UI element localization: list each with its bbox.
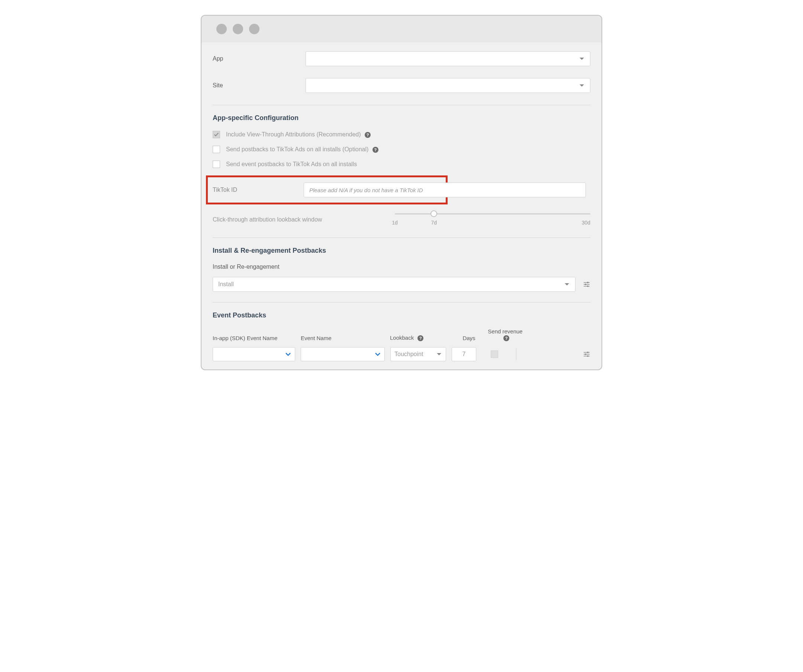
lookback-value: Touchpoint — [395, 351, 423, 357]
checkbox-label-event-postbacks: Send event postbacks to TikTok Ads on al… — [226, 161, 357, 168]
slider-track — [395, 213, 590, 214]
chevron-down-icon — [285, 351, 291, 357]
divider — [213, 237, 590, 238]
postbacks-heading: Install & Re-engagement Postbacks — [213, 247, 590, 255]
slider-tick-7d: 7d — [431, 220, 437, 226]
help-icon[interactable]: ? — [372, 147, 379, 153]
chevron-down-icon — [579, 83, 585, 88]
tiktok-id-input[interactable]: Please add N/A if you do not have a TikT… — [304, 182, 586, 197]
checkbox-label-postbacks: Send postbacks to TikTok Ads on all inst… — [226, 146, 379, 153]
checkbox-event-postbacks[interactable] — [213, 161, 220, 168]
site-select[interactable] — [306, 78, 590, 93]
config-heading: App-specific Configuration — [213, 114, 590, 122]
event-controls-row: Touchpoint 7 — [213, 347, 590, 361]
lookback-select[interactable]: Touchpoint — [390, 347, 446, 361]
events-heading: Event Postbacks — [213, 312, 590, 319]
svg-point-1 — [587, 282, 588, 283]
event-name-select[interactable] — [301, 347, 385, 361]
checkbox-label-view-through: Include View-Through Attributions (Recom… — [226, 131, 371, 138]
check-icon — [214, 132, 219, 137]
app-row: App — [213, 51, 590, 66]
tiktok-id-row: TikTok ID Please add N/A if you do not h… — [213, 182, 586, 197]
chevron-down-icon — [579, 56, 585, 62]
revenue-checkbox[interactable] — [491, 351, 498, 358]
install-select-value: Install — [218, 281, 234, 288]
col-header-event: Event Name — [301, 335, 390, 341]
checkbox-row-view-through: Include View-Through Attributions (Recom… — [213, 131, 590, 138]
svg-point-3 — [585, 284, 586, 285]
lookback-slider-label: Click-through attribution lookback windo… — [213, 216, 395, 223]
app-select[interactable] — [306, 51, 590, 66]
help-icon[interactable]: ? — [418, 335, 423, 341]
app-label: App — [213, 55, 306, 62]
days-input[interactable]: 7 — [452, 347, 476, 361]
col-header-lookback: Lookback ? — [390, 334, 451, 341]
tiktok-id-highlight: TikTok ID Please add N/A if you do not h… — [206, 175, 448, 205]
checkbox-row-postbacks: Send postbacks to TikTok Ads on all inst… — [213, 146, 590, 153]
traffic-light-maximize[interactable] — [249, 24, 260, 34]
settings-icon[interactable] — [583, 351, 590, 358]
traffic-light-minimize[interactable] — [233, 24, 243, 34]
svg-point-5 — [587, 286, 588, 287]
chevron-down-icon — [375, 351, 381, 357]
checkbox-postbacks[interactable] — [213, 146, 220, 153]
install-row: Install — [213, 277, 590, 292]
col-header-days: Days — [451, 335, 487, 341]
checkbox-row-event-postbacks: Send event postbacks to TikTok Ads on al… — [213, 161, 590, 168]
divider — [213, 105, 590, 105]
slider-ticks: 1d 7d 30d — [395, 220, 590, 227]
chevron-down-icon — [436, 351, 442, 357]
help-icon[interactable]: ? — [365, 132, 371, 138]
install-select[interactable]: Install — [213, 277, 575, 292]
col-header-sdk: In-app (SDK) Event Name — [213, 335, 301, 341]
chevron-down-icon — [564, 281, 570, 287]
app-window: App Site App-specific Configuration — [201, 15, 602, 370]
svg-point-7 — [587, 352, 588, 353]
tiktok-id-label: TikTok ID — [213, 187, 304, 193]
svg-point-9 — [585, 354, 586, 355]
event-header-row: In-app (SDK) Event Name Event Name Lookb… — [213, 328, 590, 341]
svg-point-11 — [587, 355, 588, 357]
settings-icon[interactable] — [583, 281, 590, 288]
postbacks-subheading: Install or Re-engagement — [213, 263, 590, 270]
lookback-slider-row: Click-through attribution lookback windo… — [213, 212, 590, 227]
vertical-divider — [516, 348, 516, 360]
col-header-revenue: Send revenue ? — [487, 328, 524, 341]
slider-thumb[interactable] — [431, 210, 437, 217]
window-titlebar — [202, 16, 601, 42]
content-area: App Site App-specific Configuration — [202, 42, 601, 370]
help-icon[interactable]: ? — [503, 335, 509, 341]
slider-tick-1d: 1d — [392, 220, 398, 226]
site-label: Site — [213, 82, 306, 89]
slider-tick-30d: 30d — [582, 220, 590, 226]
lookback-slider[interactable]: 1d 7d 30d — [395, 212, 590, 227]
site-row: Site — [213, 78, 590, 93]
traffic-light-close[interactable] — [216, 24, 227, 34]
checkbox-view-through[interactable] — [213, 131, 220, 138]
sdk-event-select[interactable] — [213, 347, 295, 361]
